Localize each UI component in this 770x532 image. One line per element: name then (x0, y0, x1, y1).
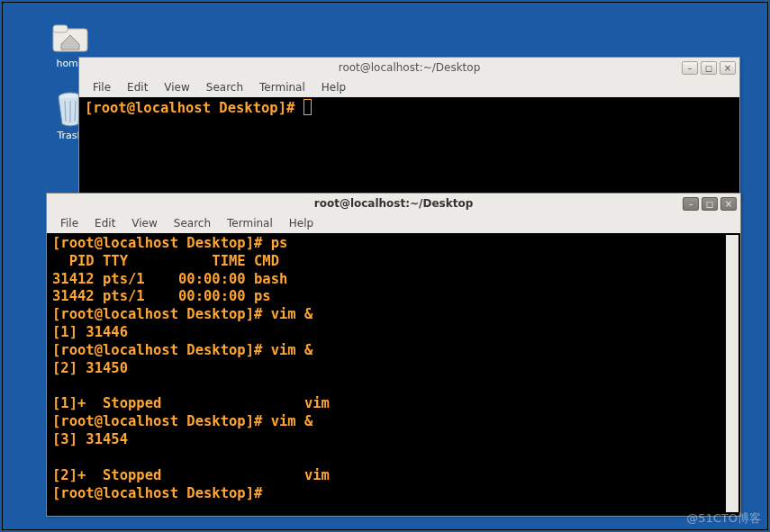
menu-terminal[interactable]: Terminal (219, 215, 281, 231)
minimize-button[interactable]: – (682, 61, 698, 75)
home-folder-icon (50, 20, 90, 54)
minimize-button[interactable]: – (683, 197, 699, 211)
terminal-window-back[interactable]: root@localhost:~/Desktop – ◻ × File Edit… (78, 57, 740, 201)
menu-search[interactable]: Search (198, 79, 251, 95)
shell-prompt: [root@localhost Desktop]# (85, 100, 303, 116)
menu-edit[interactable]: Edit (119, 79, 156, 95)
menu-view[interactable]: View (156, 79, 197, 95)
maximize-button[interactable]: ◻ (701, 61, 717, 75)
maximize-button[interactable]: ◻ (702, 197, 718, 211)
svg-rect-1 (53, 25, 68, 32)
terminal-window-front[interactable]: root@localhost:~/Desktop – ◻ × File Edit… (46, 193, 741, 517)
menu-edit[interactable]: Edit (86, 215, 123, 231)
terminal-area[interactable]: [root@localhost Desktop]# ps PID TTY TIM… (47, 233, 740, 516)
scrollbar-track[interactable] (726, 235, 738, 512)
menu-file[interactable]: File (52, 215, 86, 231)
terminal-area[interactable]: [root@localhost Desktop]# (79, 97, 739, 200)
window-title: root@localhost:~/Desktop (47, 197, 740, 210)
menubar: File Edit View Search Terminal Help (79, 77, 739, 97)
menu-terminal[interactable]: Terminal (251, 79, 313, 95)
menu-search[interactable]: Search (166, 215, 219, 231)
window-title: root@localhost:~/Desktop (79, 61, 739, 74)
window-titlebar[interactable]: root@localhost:~/Desktop – ◻ × (79, 58, 739, 77)
menu-help[interactable]: Help (281, 215, 322, 231)
window-titlebar[interactable]: root@localhost:~/Desktop – ◻ × (47, 194, 740, 213)
close-button[interactable]: × (720, 61, 736, 75)
watermark: @51CTO博客 (686, 510, 761, 527)
menubar: File Edit View Search Terminal Help (47, 213, 740, 233)
close-button[interactable]: × (720, 197, 737, 211)
cursor-icon (303, 99, 312, 115)
menu-help[interactable]: Help (313, 79, 354, 95)
menu-view[interactable]: View (123, 215, 165, 231)
menu-file[interactable]: File (85, 79, 119, 95)
